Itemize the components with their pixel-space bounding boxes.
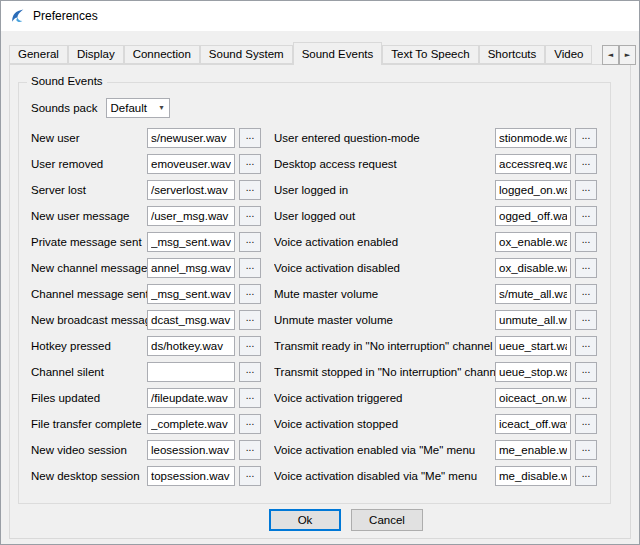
tab-scroll-left-icon[interactable]: ◄ <box>602 45 619 65</box>
sound-file-input[interactable] <box>495 336 571 356</box>
browse-button[interactable]: ... <box>239 336 261 356</box>
browse-button[interactable]: ... <box>239 128 261 148</box>
sound-file-input[interactable] <box>495 154 571 174</box>
browse-button[interactable]: ... <box>575 206 597 226</box>
sound-event-label: Voice activation enabled <box>274 236 495 248</box>
tab-bar: GeneralDisplayConnectionSound SystemSoun… <box>9 42 602 65</box>
browse-button[interactable]: ... <box>575 310 597 330</box>
browse-button[interactable]: ... <box>575 154 597 174</box>
browse-button[interactable]: ... <box>575 466 597 486</box>
sound-file-input[interactable] <box>495 362 571 382</box>
tab-scroll-right-icon[interactable]: ► <box>619 45 636 65</box>
sound-file-input[interactable] <box>495 180 571 200</box>
sound-events-columns: New user...User removed...Server lost...… <box>31 125 602 489</box>
titlebar: Preferences <box>1 1 639 31</box>
tab-shortcuts[interactable]: Shortcuts <box>479 45 546 64</box>
sound-file-input[interactable] <box>147 206 235 226</box>
browse-button[interactable]: ... <box>575 440 597 460</box>
browse-button[interactable]: ... <box>239 154 261 174</box>
sound-event-row: File transfer complete... <box>31 411 261 437</box>
sound-event-label: New channel message <box>31 262 147 274</box>
sound-event-row: Transmit ready in "No interruption" chan… <box>274 333 602 359</box>
sound-event-row: Server lost... <box>31 177 261 203</box>
browse-button[interactable]: ... <box>575 336 597 356</box>
sound-file-input[interactable] <box>147 336 235 356</box>
sound-file-input[interactable] <box>147 284 235 304</box>
browse-button[interactable]: ... <box>239 362 261 382</box>
sound-file-input[interactable] <box>147 128 235 148</box>
sound-file-input[interactable] <box>495 466 571 486</box>
tab-sound-events[interactable]: Sound Events <box>293 42 383 65</box>
app-icon <box>9 8 26 25</box>
browse-button[interactable]: ... <box>575 388 597 408</box>
sounds-pack-select[interactable]: Default ▾ <box>106 98 170 118</box>
sound-event-label: New user <box>31 132 147 144</box>
sound-file-input[interactable] <box>147 440 235 460</box>
browse-button[interactable]: ... <box>575 232 597 252</box>
sound-event-label: User removed <box>31 158 147 170</box>
sound-event-label: User logged in <box>274 184 495 196</box>
sound-event-row: Private message sent... <box>31 229 261 255</box>
browse-button[interactable]: ... <box>575 284 597 304</box>
sound-event-label: New user message <box>31 210 147 222</box>
sound-event-label: Voice activation triggered <box>274 392 495 404</box>
sounds-pack-value: Default <box>111 102 155 114</box>
sound-event-row: New broadcast message... <box>31 307 261 333</box>
sound-event-row: Files updated... <box>31 385 261 411</box>
browse-button[interactable]: ... <box>239 232 261 252</box>
sound-event-row: Voice activation stopped... <box>274 411 602 437</box>
sound-event-row: Voice activation enabled... <box>274 229 602 255</box>
sound-event-label: Files updated <box>31 392 147 404</box>
groupbox-content: Sounds pack Default ▾ New user...User re… <box>19 83 610 503</box>
sound-event-row: User logged out... <box>274 203 602 229</box>
sound-file-input[interactable] <box>147 362 235 382</box>
sound-event-row: New video session... <box>31 437 261 463</box>
browse-button[interactable]: ... <box>239 180 261 200</box>
sound-file-input[interactable] <box>147 310 235 330</box>
sound-file-input[interactable] <box>147 466 235 486</box>
sound-event-row: New user message... <box>31 203 261 229</box>
browse-button[interactable]: ... <box>239 440 261 460</box>
browse-button[interactable]: ... <box>575 414 597 434</box>
sound-event-label: New desktop session <box>31 470 147 482</box>
browse-button[interactable]: ... <box>239 414 261 434</box>
browse-button[interactable]: ... <box>575 258 597 278</box>
sound-file-input[interactable] <box>495 232 571 252</box>
browse-button[interactable]: ... <box>239 258 261 278</box>
tab-page-sound-events: Sound Events Sounds pack Default ▾ New u… <box>9 64 631 539</box>
sound-file-input[interactable] <box>147 180 235 200</box>
sound-event-label: Voice activation disabled via "Me" menu <box>274 470 495 482</box>
cancel-button[interactable]: Cancel <box>351 509 423 531</box>
sound-file-input[interactable] <box>147 232 235 252</box>
browse-button[interactable]: ... <box>575 362 597 382</box>
browse-button[interactable]: ... <box>239 466 261 486</box>
sound-file-input[interactable] <box>495 258 571 278</box>
sound-event-row: Mute master volume... <box>274 281 602 307</box>
sound-event-label: File transfer complete <box>31 418 147 430</box>
tab-display[interactable]: Display <box>68 45 124 64</box>
browse-button[interactable]: ... <box>239 310 261 330</box>
sound-file-input[interactable] <box>495 128 571 148</box>
browse-button[interactable]: ... <box>575 180 597 200</box>
sound-event-label: Voice activation disabled <box>274 262 495 274</box>
tab-text-to-speech[interactable]: Text To Speech <box>382 45 478 64</box>
browse-button[interactable]: ... <box>239 284 261 304</box>
sound-file-input[interactable] <box>495 440 571 460</box>
browse-button[interactable]: ... <box>575 128 597 148</box>
sound-file-input[interactable] <box>495 284 571 304</box>
browse-button[interactable]: ... <box>239 388 261 408</box>
sound-file-input[interactable] <box>147 154 235 174</box>
sound-file-input[interactable] <box>147 258 235 278</box>
ok-button[interactable]: Ok <box>269 509 341 531</box>
sound-file-input[interactable] <box>147 388 235 408</box>
tab-video[interactable]: Video <box>545 45 592 64</box>
sound-file-input[interactable] <box>495 414 571 434</box>
sound-file-input[interactable] <box>495 310 571 330</box>
tab-connection[interactable]: Connection <box>124 45 200 64</box>
sound-file-input[interactable] <box>495 206 571 226</box>
browse-button[interactable]: ... <box>239 206 261 226</box>
sound-file-input[interactable] <box>495 388 571 408</box>
tab-general[interactable]: General <box>9 45 68 64</box>
sound-file-input[interactable] <box>147 414 235 434</box>
tab-sound-system[interactable]: Sound System <box>200 45 293 64</box>
